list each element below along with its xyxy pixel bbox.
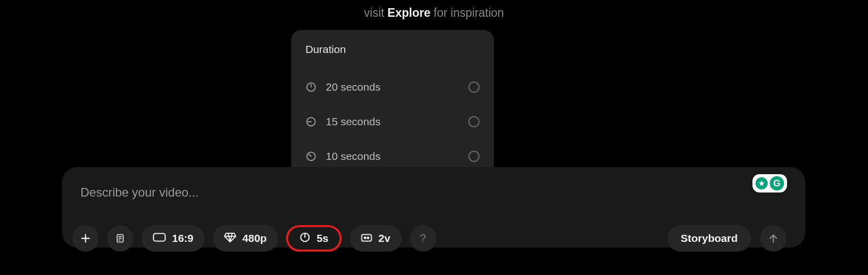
resolution-label: 480p: [242, 232, 267, 244]
grammarly-badge[interactable]: G: [752, 174, 787, 193]
duration-option-label: 20 seconds: [326, 81, 468, 93]
duration-option-15[interactable]: 15 seconds: [305, 104, 480, 139]
clock-icon: [305, 81, 317, 93]
storyboard-button[interactable]: Storyboard: [667, 225, 751, 252]
variants-label: 2v: [378, 232, 390, 244]
diamond-icon: [224, 232, 236, 245]
svg-rect-7: [362, 235, 372, 241]
submit-button[interactable]: [760, 225, 787, 252]
settings-button[interactable]: [107, 225, 133, 252]
right-controls: Storyboard: [667, 225, 787, 252]
radio-icon: [468, 116, 480, 127]
variants-icon: [361, 232, 372, 244]
clock-icon: [305, 116, 317, 127]
resolution-button[interactable]: 480p: [213, 225, 278, 252]
help-label: ?: [420, 232, 426, 245]
aspect-ratio-icon: [153, 232, 166, 244]
duration-option-label: 15 seconds: [326, 116, 468, 128]
svg-point-9: [368, 237, 369, 238]
duration-button[interactable]: 5s: [286, 225, 342, 252]
svg-point-8: [365, 237, 366, 238]
duration-option-label: 10 seconds: [326, 150, 468, 162]
toolbar: 16:9 480p 5s 2v ?: [72, 225, 436, 252]
clock-icon: [299, 232, 311, 245]
radio-icon: [468, 151, 480, 162]
clock-icon: [305, 151, 317, 162]
help-button[interactable]: ?: [410, 225, 436, 252]
hint-suffix: for inspiration: [430, 6, 503, 19]
grammarly-tone-icon: [755, 177, 768, 189]
arrow-up-icon: [768, 233, 779, 244]
storyboard-label: Storyboard: [681, 232, 738, 244]
duration-label: 5s: [317, 232, 328, 244]
aspect-ratio-button[interactable]: 16:9: [142, 225, 205, 252]
duration-title: Duration: [305, 43, 480, 56]
radio-icon: [468, 81, 480, 93]
grammarly-icon: G: [770, 176, 784, 190]
add-button[interactable]: [72, 225, 99, 252]
hint-bold[interactable]: Explore: [387, 6, 430, 19]
hint-prefix: visit: [364, 6, 387, 19]
svg-rect-5: [154, 234, 165, 241]
explore-hint: visit Explore for inspiration: [364, 6, 504, 20]
duration-option-20[interactable]: 20 seconds: [305, 70, 480, 104]
prompt-input[interactable]: Describe your video...: [80, 185, 199, 200]
aspect-ratio-label: 16:9: [172, 232, 193, 244]
variants-button[interactable]: 2v: [350, 225, 401, 252]
